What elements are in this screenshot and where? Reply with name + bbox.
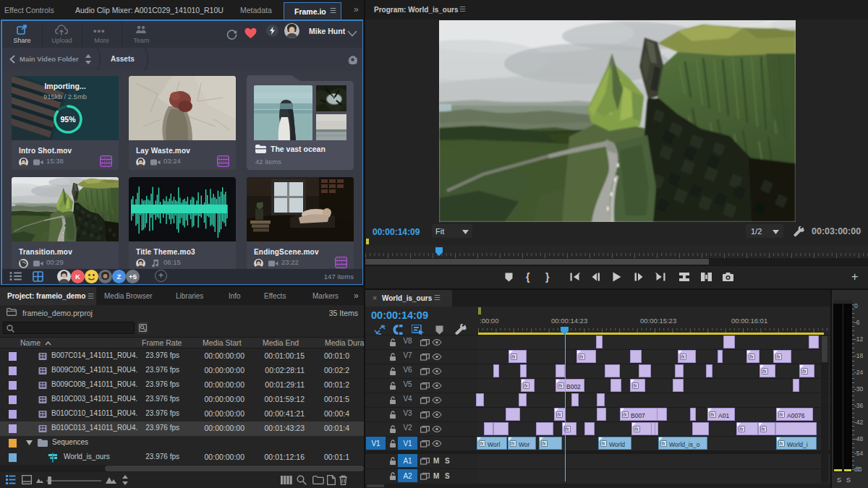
svg-text:fx: fx	[565, 427, 569, 432]
svg-text:fx: fx	[542, 441, 546, 446]
svg-text:fx: fx	[762, 369, 767, 374]
svg-text:fx: fx	[761, 427, 765, 432]
svg-text:fx: fx	[601, 441, 605, 446]
svg-text:fx: fx	[779, 441, 783, 446]
svg-text:fx: fx	[633, 383, 637, 388]
svg-text:fx: fx	[681, 354, 685, 359]
svg-text:fx: fx	[802, 369, 807, 374]
svg-text:fx: fx	[710, 412, 715, 417]
svg-text:fx: fx	[739, 427, 744, 432]
svg-text:fx: fx	[557, 412, 561, 417]
svg-text:fx: fx	[779, 412, 783, 417]
svg-text:fx: fx	[579, 354, 584, 359]
svg-text:fx: fx	[511, 354, 516, 359]
svg-text:fx: fx	[661, 441, 665, 446]
svg-text:fx: fx	[511, 441, 515, 446]
svg-text:fx: fx	[480, 441, 484, 446]
svg-text:fx: fx	[558, 383, 563, 388]
svg-text:fx: fx	[749, 354, 754, 359]
svg-text:fx: fx	[634, 427, 639, 432]
svg-text:fx: fx	[776, 354, 780, 359]
svg-text:fx: fx	[524, 383, 528, 388]
svg-text:fx: fx	[623, 412, 627, 417]
